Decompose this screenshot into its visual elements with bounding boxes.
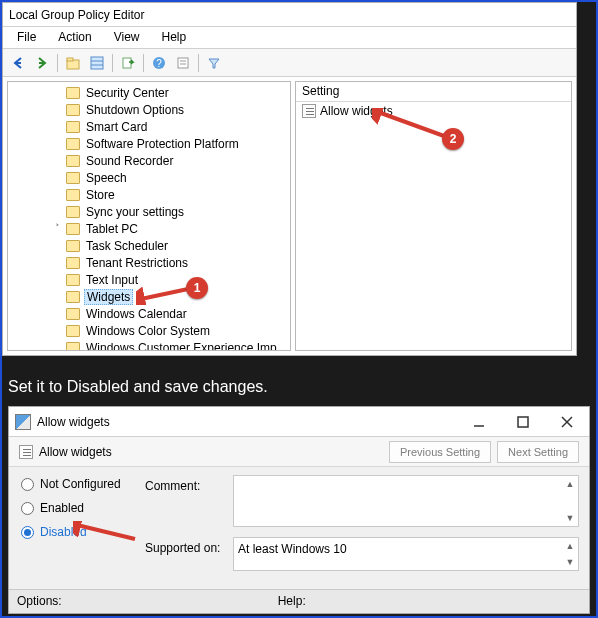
tree-item-label: Speech	[84, 171, 129, 185]
folder-icon	[66, 189, 80, 201]
radio-icon	[21, 502, 34, 515]
tree-item[interactable]: Task Scheduler	[8, 237, 290, 254]
menu-help[interactable]: Help	[152, 29, 197, 46]
previous-setting-button[interactable]: Previous Setting	[389, 441, 491, 463]
tree-item-label: Shutdown Options	[84, 103, 186, 117]
help-label: Help:	[270, 590, 314, 613]
supported-on-value: At least Windows 10	[234, 538, 578, 560]
tree-item[interactable]: Windows Calendar	[8, 305, 290, 322]
radio-disabled[interactable]: Disabled	[21, 525, 145, 539]
maximize-button[interactable]	[501, 407, 545, 437]
tree-item[interactable]: ˃Tablet PC	[8, 220, 290, 237]
radio-group: Not Configured Enabled Disabled	[21, 475, 145, 571]
scroll-up-icon[interactable]: ▲	[562, 476, 578, 492]
tree-pane[interactable]: Security CenterShutdown OptionsSmart Car…	[7, 81, 291, 351]
tree-item-label: Software Protection Platform	[84, 137, 241, 151]
folder-icon	[66, 138, 80, 150]
svg-rect-14	[518, 417, 528, 427]
tree-item-label: Store	[84, 188, 117, 202]
allow-widgets-window: Allow widgets Allow widgets Previous Set…	[8, 406, 590, 614]
minimize-button[interactable]	[457, 407, 501, 437]
radio-icon	[21, 526, 34, 539]
radio-not-configured[interactable]: Not Configured	[21, 477, 145, 491]
folder-icon	[66, 206, 80, 218]
scroll-up-icon[interactable]: ▲	[562, 538, 578, 554]
tree-item-label: Sync your settings	[84, 205, 186, 219]
annotation-badge-1: 1	[186, 277, 208, 299]
folder-icon	[66, 291, 80, 303]
svg-rect-5	[123, 58, 131, 68]
toolbar-sep	[112, 54, 113, 72]
folder-icon	[66, 308, 80, 320]
tree-item-label: Windows Customer Experience Imp	[84, 341, 279, 352]
comment-textarea[interactable]: ▲ ▼	[233, 475, 579, 527]
chevron-right-icon[interactable]: ˃	[52, 223, 63, 234]
tree-item[interactable]: Widgets	[8, 288, 290, 305]
menu-action[interactable]: Action	[48, 29, 101, 46]
forward-arrow-icon[interactable]	[31, 52, 53, 74]
dialog-subheader-label: Allow widgets	[39, 445, 112, 459]
supported-on-textarea: At least Windows 10 ▲ ▼	[233, 537, 579, 571]
tree-item[interactable]: Tenant Restrictions	[8, 254, 290, 271]
properties-icon[interactable]	[172, 52, 194, 74]
policy-icon	[302, 104, 316, 118]
dialog-title: Allow widgets	[37, 415, 110, 429]
next-setting-button[interactable]: Next Setting	[497, 441, 579, 463]
setting-row[interactable]: Allow widgets	[296, 102, 571, 120]
folder-icon	[66, 121, 80, 133]
tree-item-label: Windows Calendar	[84, 307, 189, 321]
folder-icon	[66, 223, 80, 235]
radio-label: Disabled	[40, 525, 87, 539]
filter-icon[interactable]	[203, 52, 225, 74]
supported-on-label: Supported on:	[145, 537, 225, 555]
folder-icon	[66, 257, 80, 269]
tree-item-label: Windows Color System	[84, 324, 212, 338]
radio-icon	[21, 478, 34, 491]
settings-column-header[interactable]: Setting	[296, 82, 571, 102]
settings-pane[interactable]: Setting Allow widgets 2	[295, 81, 572, 351]
toolbar-sep	[143, 54, 144, 72]
back-arrow-icon[interactable]	[7, 52, 29, 74]
folder-icon	[66, 155, 80, 167]
tree-item[interactable]: Store	[8, 186, 290, 203]
menu-file[interactable]: File	[7, 29, 46, 46]
scroll-down-icon[interactable]: ▼	[562, 554, 578, 570]
tree-item-label: Text Input	[84, 273, 140, 287]
folder-icon	[66, 87, 80, 99]
tree-item[interactable]: Text Input	[8, 271, 290, 288]
up-level-icon[interactable]	[62, 52, 84, 74]
toolbar-sep	[57, 54, 58, 72]
dialog-title-bar: Allow widgets	[9, 407, 589, 437]
folder-icon	[66, 104, 80, 116]
tree-item[interactable]: Windows Color System	[8, 322, 290, 339]
radio-enabled[interactable]: Enabled	[21, 501, 145, 515]
tree-item[interactable]: Shutdown Options	[8, 101, 290, 118]
folder-icon	[66, 342, 80, 352]
menu-view[interactable]: View	[104, 29, 150, 46]
tree-item[interactable]: Smart Card	[8, 118, 290, 135]
annotation-badge-2: 2	[442, 128, 464, 150]
scroll-down-icon[interactable]: ▼	[562, 510, 578, 526]
help-icon[interactable]: ?	[148, 52, 170, 74]
tree-item[interactable]: Speech	[8, 169, 290, 186]
svg-text:?: ?	[156, 58, 162, 69]
folder-icon	[66, 240, 80, 252]
instruction-caption: Set it to Disabled and save changes.	[8, 378, 268, 396]
tree-item[interactable]: Windows Customer Experience Imp	[8, 339, 290, 351]
close-button[interactable]	[545, 407, 589, 437]
radio-label: Enabled	[40, 501, 84, 515]
list-view-icon[interactable]	[86, 52, 108, 74]
toolbar: ?	[3, 49, 576, 77]
tree-item[interactable]: Sound Recorder	[8, 152, 290, 169]
tree-item-label: Sound Recorder	[84, 154, 175, 168]
tree-item[interactable]: Sync your settings	[8, 203, 290, 220]
tree-item[interactable]: Security Center	[8, 84, 290, 101]
window-title: Local Group Policy Editor	[3, 3, 576, 27]
gpedit-window: Local Group Policy Editor File Action Vi…	[2, 2, 577, 356]
export-icon[interactable]	[117, 52, 139, 74]
dialog-footer: Options: Help:	[9, 589, 589, 613]
tree-item[interactable]: Software Protection Platform	[8, 135, 290, 152]
setting-label: Allow widgets	[320, 104, 393, 118]
tree-item-label: Widgets	[84, 289, 133, 305]
tree-item-label: Security Center	[84, 86, 171, 100]
